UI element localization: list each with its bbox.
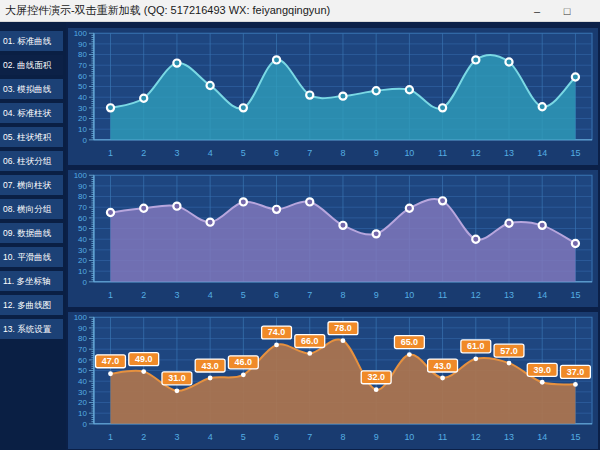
value-label: 57.0 [500, 346, 517, 356]
x-axis-label: 13 [504, 148, 514, 158]
sidebar-item-10[interactable]: 10. 平滑曲线 [0, 247, 63, 267]
y-axis-label: 20 [78, 114, 87, 123]
x-axis-label: 12 [471, 432, 481, 442]
y-axis-label: 60 [78, 72, 87, 81]
x-axis-label: 13 [504, 432, 514, 442]
x-axis-label: 12 [471, 148, 481, 158]
x-axis-label: 14 [537, 290, 547, 300]
x-axis-label: 10 [404, 432, 414, 442]
sidebar-item-01[interactable]: 01. 标准曲线 [0, 31, 63, 51]
x-axis-label: 1 [108, 290, 113, 300]
x-axis-label: 2 [141, 148, 146, 158]
chart-panel-3: 0102030405060708090100123456789101112131… [68, 312, 598, 449]
sidebar-item-03[interactable]: 03. 模拟曲线 [0, 79, 63, 99]
sidebar-item-04[interactable]: 04. 标准柱状 [0, 103, 63, 123]
y-axis-label: 20 [78, 398, 87, 407]
chart-panel-2: 0102030405060708090100123456789101112131… [68, 170, 598, 307]
y-axis-label: 20 [78, 256, 87, 265]
x-axis-label: 5 [241, 290, 246, 300]
y-axis-label: 30 [78, 246, 87, 255]
y-axis-label: 10 [78, 125, 87, 134]
y-axis-label: 70 [78, 203, 87, 212]
value-label: 37.0 [567, 367, 584, 377]
y-axis-label: 0 [82, 420, 87, 429]
x-axis-label: 1 [108, 432, 113, 442]
sidebar-item-12[interactable]: 12. 多曲线图 [0, 295, 63, 315]
chart-panel-1: 0102030405060708090100123456789101112131… [68, 28, 598, 165]
value-label: 66.0 [301, 336, 318, 346]
value-label: 31.0 [168, 373, 185, 383]
y-axis-label: 80 [78, 334, 87, 343]
x-axis-label: 14 [537, 148, 547, 158]
value-label: 46.0 [235, 357, 252, 367]
y-axis-label: 70 [78, 345, 87, 354]
x-axis-label: 3 [174, 290, 179, 300]
y-axis-label: 30 [78, 388, 87, 397]
x-axis-label: 5 [241, 148, 246, 158]
area-chart-purple-svg: 0102030405060708090100123456789101112131… [68, 170, 598, 307]
sidebar-item-13[interactable]: 13. 系统设置 [0, 319, 63, 339]
sidebar-item-05[interactable]: 05. 柱状堆积 [0, 127, 63, 147]
x-axis-label: 9 [374, 148, 379, 158]
y-axis-label: 100 [74, 313, 88, 322]
y-axis-label: 30 [78, 104, 87, 113]
window-title: 大屏控件演示-双击重新加载 (QQ: 517216493 WX: feiyang… [0, 3, 330, 18]
x-axis-label: 11 [438, 290, 447, 300]
value-label: 32.0 [367, 372, 384, 382]
sidebar-item-09[interactable]: 09. 数据曲线 [0, 223, 63, 243]
sidebar-item-08[interactable]: 08. 横向分组 [0, 199, 63, 219]
x-axis-label: 9 [374, 432, 379, 442]
area-chart-orange-svg: 0102030405060708090100123456789101112131… [68, 312, 598, 449]
value-label: 74.0 [268, 327, 285, 337]
x-axis-label: 4 [208, 290, 213, 300]
x-axis-label: 1 [108, 148, 113, 158]
x-axis-label: 7 [307, 290, 312, 300]
sidebar-item-11[interactable]: 11. 多坐标轴 [0, 271, 63, 291]
y-axis-label: 80 [78, 50, 87, 59]
area-chart-teal-svg: 0102030405060708090100123456789101112131… [68, 28, 598, 165]
x-axis-label: 4 [208, 432, 213, 442]
value-label: 43.0 [201, 361, 218, 371]
y-axis-label: 50 [78, 82, 87, 91]
main-content: 01. 标准曲线02. 曲线面积03. 模拟曲线04. 标准柱状05. 柱状堆积… [0, 22, 600, 450]
x-axis-label: 6 [274, 432, 279, 442]
x-axis-label: 3 [174, 148, 179, 158]
value-label: 39.0 [533, 365, 550, 375]
y-axis-label: 40 [78, 377, 87, 386]
y-axis-label: 60 [78, 214, 87, 223]
y-axis-label: 50 [78, 366, 87, 375]
x-axis-label: 7 [307, 432, 312, 442]
sidebar: 01. 标准曲线02. 曲线面积03. 模拟曲线04. 标准柱状05. 柱状堆积… [0, 22, 66, 450]
value-label: 78.0 [334, 323, 351, 333]
charts-area: 0102030405060708090100123456789101112131… [66, 22, 600, 450]
value-label: 47.0 [102, 356, 119, 366]
y-axis-label: 90 [78, 324, 87, 333]
value-label: 61.0 [467, 341, 484, 351]
y-axis-label: 0 [82, 278, 87, 287]
y-axis-label: 80 [78, 192, 87, 201]
y-axis-label: 90 [78, 40, 87, 49]
x-axis-label: 2 [141, 290, 146, 300]
sidebar-item-07[interactable]: 07. 横向柱状 [0, 175, 63, 195]
y-axis-label: 40 [78, 235, 87, 244]
x-axis-label: 15 [570, 290, 580, 300]
x-axis-label: 13 [504, 290, 514, 300]
maximize-icon[interactable]: □ [560, 4, 574, 18]
x-axis-label: 7 [307, 148, 312, 158]
sidebar-item-02[interactable]: 02. 曲线面积 [0, 55, 63, 75]
x-axis-label: 8 [340, 432, 345, 442]
minimize-icon[interactable]: – [530, 4, 544, 18]
window-controls: – □ [530, 4, 600, 18]
x-axis-label: 9 [374, 290, 379, 300]
y-axis-label: 10 [78, 267, 87, 276]
sidebar-item-06[interactable]: 06. 柱状分组 [0, 151, 63, 171]
x-axis-label: 3 [174, 432, 179, 442]
x-axis-label: 15 [570, 432, 580, 442]
x-axis-label: 15 [570, 148, 580, 158]
y-axis-label: 0 [82, 136, 87, 145]
x-axis-label: 12 [471, 290, 481, 300]
titlebar[interactable]: 大屏控件演示-双击重新加载 (QQ: 517216493 WX: feiyang… [0, 0, 600, 22]
x-axis-label: 11 [438, 148, 447, 158]
x-axis-label: 8 [340, 290, 345, 300]
value-label: 43.0 [434, 361, 451, 371]
